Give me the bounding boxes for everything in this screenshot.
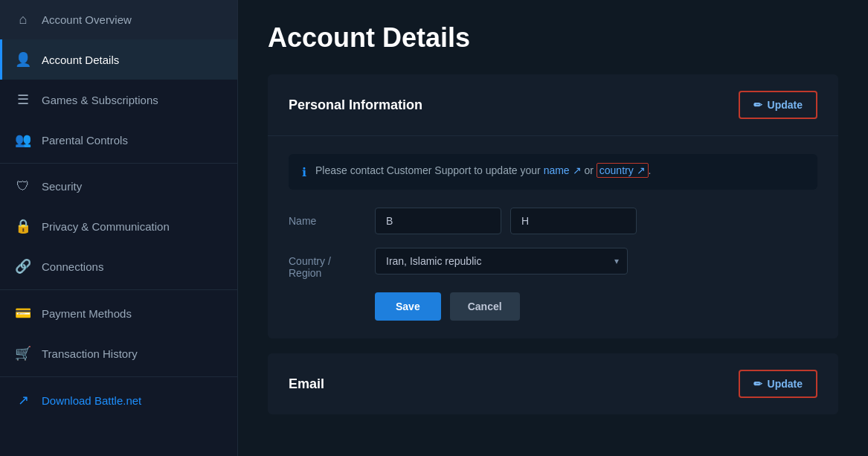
credit-card-icon: 💳 [15,305,31,321]
cart-icon: 🛒 [15,345,31,362]
sidebar-item-security[interactable]: 🛡 Security [0,167,237,206]
country-select-wrapper: Iran, Islamic republic United States Uni… [375,248,628,274]
sidebar-item-connections[interactable]: 🔗 Connections [0,246,237,286]
personal-info-body: ℹ Please contact Customer Support to upd… [268,136,838,338]
personal-info-title: Personal Information [289,97,422,113]
sidebar-item-label: Games & Subscriptions [42,94,158,106]
update-button-label: Update [768,99,803,111]
country-select[interactable]: Iran, Islamic republic United States Uni… [375,248,628,274]
sidebar-divider-3 [0,376,237,377]
last-name-input[interactable] [510,208,637,234]
sidebar-item-download-battlenet[interactable]: ↗ Download Battle.net [0,380,237,420]
pencil-icon-email: ✏ [753,378,762,390]
form-actions: Save Cancel [289,292,817,321]
list-icon: ☰ [15,91,31,108]
sidebar-item-account-overview[interactable]: ⌂ Account Overview [0,0,237,39]
name-label: Name [289,208,363,227]
family-icon: 👥 [15,132,31,148]
sidebar-item-label: Parental Controls [42,134,128,147]
sidebar-item-label: Transaction History [42,347,138,360]
shield-icon: 🛡 [15,179,31,194]
home-icon: ⌂ [15,12,31,28]
save-button[interactable]: Save [375,292,441,321]
sidebar: ⌂ Account Overview 👤 Account Details ☰ G… [0,0,238,456]
sidebar-item-account-details[interactable]: 👤 Account Details [0,39,237,80]
user-icon: 👤 [15,51,31,68]
name-inputs [375,208,817,234]
sidebar-divider-1 [0,163,237,164]
name-link[interactable]: name ↗ [544,164,582,176]
link-icon: 🔗 [15,258,31,274]
email-update-button[interactable]: ✏ Update [739,370,817,398]
info-icon: ℹ [302,165,306,179]
sidebar-item-privacy-communication[interactable]: 🔒 Privacy & Communication [0,206,237,246]
country-row: Country /Region Iran, Islamic republic U… [289,248,817,279]
pencil-icon: ✏ [753,99,762,111]
country-link[interactable]: country ↗ [597,163,649,178]
country-label: Country /Region [289,248,363,279]
personal-information-card: Personal Information ✏ Update ℹ Please c… [268,74,838,338]
sidebar-item-label: Account Overview [42,13,132,26]
sidebar-item-label: Security [42,180,82,193]
page-title: Account Details [268,22,838,54]
name-row: Name [289,208,817,234]
sidebar-item-label: Payment Methods [42,307,132,320]
cancel-button[interactable]: Cancel [450,292,520,321]
sidebar-item-transaction-history[interactable]: 🛒 Transaction History [0,333,237,373]
sidebar-item-parental-controls[interactable]: 👥 Parental Controls [0,120,237,160]
personal-info-header: Personal Information ✏ Update [268,74,838,136]
lock-icon: 🔒 [15,218,31,234]
sidebar-item-label: Privacy & Communication [42,220,170,233]
email-header: Email ✏ Update [268,353,838,414]
info-banner-text: Please contact Customer Support to updat… [315,164,651,176]
sidebar-item-games-subscriptions[interactable]: ☰ Games & Subscriptions [0,80,237,120]
email-card: Email ✏ Update [268,353,838,414]
first-name-input[interactable] [375,208,501,234]
sidebar-divider-2 [0,289,237,290]
sidebar-item-label: Connections [42,260,103,273]
external-link-icon: ↗ [15,392,31,408]
email-update-label: Update [768,378,803,390]
main-content: Account Details Personal Information ✏ U… [238,0,868,456]
info-banner: ℹ Please contact Customer Support to upd… [289,154,817,190]
sidebar-item-label: Account Details [42,54,119,66]
sidebar-item-payment-methods[interactable]: 💳 Payment Methods [0,293,237,333]
email-title: Email [289,376,324,392]
sidebar-item-label: Download Battle.net [42,394,141,407]
personal-info-update-button[interactable]: ✏ Update [739,91,817,119]
